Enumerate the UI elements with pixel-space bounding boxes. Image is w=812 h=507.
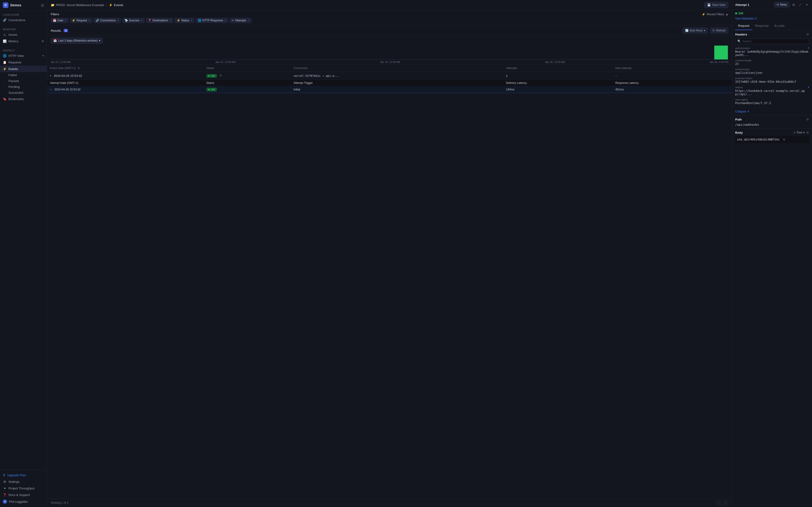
sidebar-sub-pending[interactable]: Pending [0,84,47,90]
attempt-trigger-cell: Initial [291,86,503,93]
header-key-referer: referer ▾ [735,86,809,89]
date-range-label: Last 3 days (Retention window) [58,39,98,42]
sidebar-item-metrics[interactable]: 📊 Metrics ⊞ [0,38,47,44]
sidebar-item-http-view[interactable]: 🌐 HTTP View ▾ [0,52,47,59]
filter-chip-destinations[interactable]: 📍 Destinations + [146,18,173,23]
header-value-content-length: 23 [735,62,809,65]
filter-chip-request[interactable]: ⚡ Request + [70,18,92,23]
http-response-chip-label: HTTP Response [202,19,223,22]
upgrade-plan-button[interactable]: ⬆ Upgrade Plan [0,472,47,478]
attempts-chip-label: Attempts [235,19,246,22]
copy-path-button[interactable]: ⧉ [806,117,809,121]
sidebar-item-events[interactable]: ⚡ Events [0,65,47,72]
sidebar-item-settings[interactable]: ⚙ Settings [0,478,47,485]
timeline-area: 📅 Last 3 days (Retention window) ▾ [47,36,732,65]
filter-chip-sources[interactable]: 📡 Sources + [122,18,144,23]
header-value-authorization: Bearer 1w44m58y3gzgk4xmeqyz7c1t9r31ypii6… [735,50,809,57]
attempt-data-row[interactable]: ↳ 2024-04-26 15:53:42 200 Initial 140ms … [47,86,732,93]
filter-chip-http-response[interactable]: 🌐 HTTP Response + [196,18,228,23]
headers-search-input[interactable] [743,40,807,43]
breadcrumb-project-link[interactable]: PROD: Vercel Middleware Example [56,3,104,7]
sources-chip-add-icon: + [141,19,142,22]
sidebar-sub-paused[interactable]: Paused [0,78,47,84]
authorization-expand-icon[interactable]: ▾ [808,47,809,50]
sidebar-item-project-throughput[interactable]: ✦ Project Throughput [0,485,47,492]
table-row[interactable]: ▾ 2024-04-26 15:53:42 200 ↺ vercel-52707… [47,72,732,80]
sidebar-sub-successful[interactable]: Successful [0,90,47,96]
chart-date-3: Apr 25, 12:00 AM [380,61,400,63]
open-new-button[interactable]: ⤢ [798,2,803,7]
filter-chip-connections[interactable]: 🔗 Connections + [94,18,121,23]
headers-search-box: 🔍 [735,38,809,44]
tab-response[interactable]: Response [752,22,771,30]
chart-date-2: Apr 24, 12:00 AM [216,61,235,63]
filter-chip-attempts[interactable]: ↩ Attempts + [230,18,251,23]
status-chip-icon: ⚡ [177,19,180,22]
breadcrumb-events-link[interactable]: Events [114,3,123,7]
copy-headers-button[interactable]: ⧉ [806,32,809,37]
date-range-button[interactable]: 📅 Last 3 days (Retention window) ▾ [51,38,103,44]
filter-chip-status[interactable]: ⚡ Status + [175,18,194,23]
referer-expand-icon[interactable]: ▾ [808,86,809,89]
bulk-retry-button[interactable]: 🔄 Bulk Retry ▾ [683,27,708,34]
http-response-chip-icon: 🌐 [198,19,201,22]
sidebar-item-user[interactable]: P Phil Leggetter [0,498,47,505]
chart-date-4: Apr 26, 12:00 AM [545,61,565,63]
user-avatar: P [3,500,7,504]
save-view-button[interactable]: 💾 Save View [704,2,729,8]
expand-panel-button[interactable]: ⊞ [791,2,796,7]
collapse-button[interactable]: Collapse ✕ [732,109,812,115]
sources-chip-icon: 📡 [124,19,128,22]
recent-filters-label: Recent Filters [707,13,724,16]
issues-label: Issues [8,33,17,37]
destinations-chip-label: Destinations [153,19,168,22]
next-attempt-cell: – [613,72,732,80]
results-right: 🔄 Bulk Retry ▾ ↻ Refresh [683,27,729,34]
events-icon: ⚡ [3,67,7,71]
status-chip-label: Status [181,19,189,22]
copy-body-inline-button[interactable]: ⧉ [782,137,786,142]
prev-page-button[interactable]: ‹ [716,500,721,506]
requests-icon: 📋 [3,60,7,64]
upgrade-label: Upgrade Plan [7,473,26,477]
filter-chip-date[interactable]: 📅 Date + [51,18,68,23]
breadcrumb-project: 📁 PROD: Vercel Middleware Example [51,3,104,7]
status-cell: 200 ↺ [204,72,291,80]
monitor-label: Monitor [0,27,47,31]
filters-title: Filters [51,12,59,16]
recent-filters-chevron-icon: ▲ [726,13,729,16]
sidebar-item-requests[interactable]: 📋 Requests [0,59,47,65]
col-event-date: Event Date (GMT+1) ⇅ [47,65,204,72]
attempt-status-cell: 200 [204,86,291,93]
expand-row-icon[interactable]: ▾ [50,74,51,77]
view-metadata-button[interactable]: View Metadata ↻ [732,17,812,22]
body-section: Body ≡ Raw ▾ ⧉ atm_ab2rKKkv5Q6vDi4WBfS4x… [732,128,812,145]
sidebar-sub-failed[interactable]: Failed [0,72,47,78]
tab-curl[interactable]: ⧉ cURL [771,22,788,30]
filter-chips: 📅 Date + ⚡ Request + 🔗 Connections + 📡 S… [51,18,729,23]
copy-body-button[interactable]: ⧉ [806,130,809,134]
retry-button[interactable]: ↺ Retry [774,2,790,7]
sidebar-item-connections[interactable]: 🔗 Connections [0,17,47,23]
header-value-referer: https://hookdeck-vercel-example.vercel.a… [735,89,809,96]
path-title-text: Path [735,118,742,121]
sources-chip-label: Sources [129,19,139,22]
retry-row-icon[interactable]: ↺ [219,74,222,77]
close-panel-button[interactable]: ✕ [805,2,809,7]
sidebar-item-bookmarks[interactable]: 🔖 Bookmarks [0,96,47,102]
breadcrumb-events-item: ⚡ Events [109,3,123,7]
refresh-button[interactable]: ↻ Refresh [710,27,729,34]
right-panel: Attempt 1 ↺ Retry ⊞ ⤢ ✕ 200 View Metadat… [732,0,812,507]
sidebar-item-docs-support[interactable]: ❓ Docs & Support [0,492,47,498]
tab-request[interactable]: Request [735,22,752,30]
header-key-postman-token: postman-token [735,77,809,80]
sort-icon[interactable]: ⇅ [77,66,80,70]
recent-filters-button[interactable]: ⚡ Recent Filters ▲ [702,13,729,16]
topbar: 📁 PROD: Vercel Middleware Example / ⚡ Ev… [47,0,732,10]
sub-col-response-latency: Response Latency [613,80,732,86]
chart-background [51,46,729,60]
sidebar-toggle-icon[interactable]: ⊟ [41,3,44,7]
next-page-button[interactable]: › [723,500,729,506]
body-format-button[interactable]: Raw ▾ [797,131,805,134]
sidebar-item-issues[interactable]: ⚠ Issues [0,31,47,38]
